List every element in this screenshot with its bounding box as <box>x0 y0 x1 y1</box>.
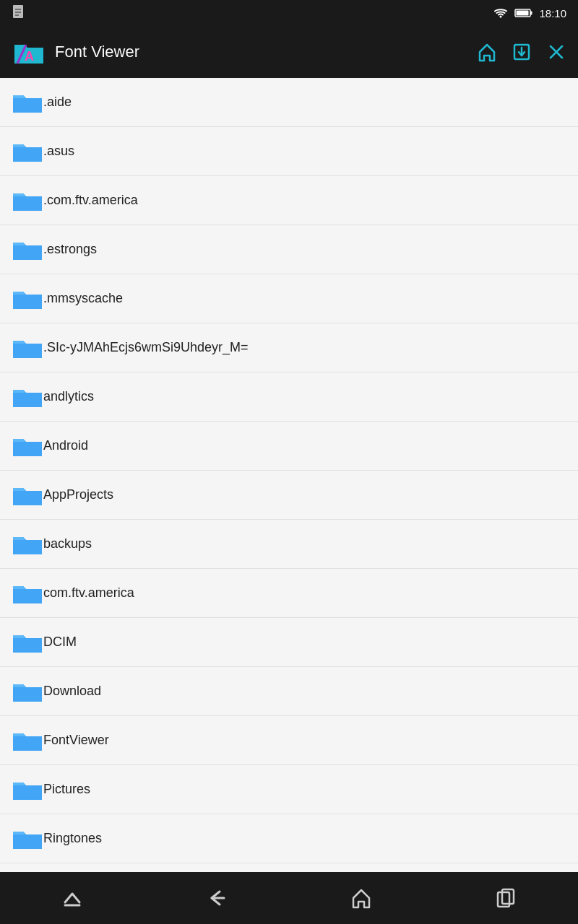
list-item[interactable]: Download <box>0 667 578 716</box>
folder-icon <box>12 482 43 508</box>
bottom-nav <box>0 872 578 924</box>
wifi-icon <box>493 6 509 19</box>
status-icons: 18:10 <box>493 6 566 19</box>
folder-name: Download <box>43 684 101 699</box>
folder-name: AppProjects <box>43 487 113 502</box>
folder-name: andlytics <box>43 389 94 404</box>
list-item[interactable]: .com.ftv.america <box>0 176 578 225</box>
svg-point-4 <box>500 16 502 18</box>
folder-name: Ringtones <box>43 831 102 846</box>
list-item[interactable]: DCIM <box>0 618 578 667</box>
folder-icon <box>12 777 43 803</box>
download-button[interactable] <box>512 42 532 62</box>
list-item[interactable]: .SIc-yJMAhEcjs6wmSi9Uhdeyr_M= <box>0 323 578 372</box>
folder-name: .com.ftv.america <box>43 193 138 208</box>
nav-recent-button[interactable] <box>484 876 527 920</box>
folder-icon <box>12 384 43 410</box>
folder-icon <box>12 679 43 705</box>
list-item[interactable]: .asus <box>0 127 578 176</box>
folder-icon <box>12 580 43 606</box>
svg-rect-7 <box>530 12 532 15</box>
nav-home-button[interactable] <box>340 876 383 920</box>
app-title: Font Viewer <box>55 43 477 61</box>
folder-name: .asus <box>43 144 74 159</box>
folder-name: Pictures <box>43 782 90 797</box>
folder-name: .mmsyscache <box>43 291 123 306</box>
svg-rect-6 <box>517 11 529 16</box>
list-item[interactable]: AppProjects <box>0 471 578 520</box>
top-actions <box>477 42 566 62</box>
folder-icon <box>12 335 43 361</box>
battery-icon <box>514 8 533 18</box>
folder-icon <box>12 826 43 852</box>
list-item[interactable]: FontViewer <box>0 716 578 765</box>
folder-icon <box>12 433 43 459</box>
list-item[interactable]: Android <box>0 422 578 471</box>
status-time: 18:10 <box>539 7 566 19</box>
close-button[interactable] <box>546 42 566 62</box>
list-item[interactable]: Ringtones <box>0 814 578 863</box>
folder-icon <box>12 728 43 754</box>
app-icon: A <box>12 35 46 69</box>
list-item[interactable]: andlytics <box>0 372 578 422</box>
folder-icon <box>12 237 43 263</box>
list-item[interactable]: .estrongs <box>0 225 578 274</box>
folder-name: .SIc-yJMAhEcjs6wmSi9Uhdeyr_M= <box>43 340 249 355</box>
list-item[interactable]: .mmsyscache <box>0 274 578 323</box>
folder-icon <box>12 531 43 557</box>
folder-name: .aide <box>43 95 72 110</box>
file-list: .aide .asus .com.ftv.america .estrongs <box>0 78 578 872</box>
list-item[interactable]: backups <box>0 520 578 569</box>
status-bar: 18:10 <box>0 0 578 26</box>
list-item[interactable]: .aide <box>0 78 578 127</box>
nav-back-button[interactable] <box>195 876 238 920</box>
document-icon <box>12 4 26 22</box>
folder-name: Android <box>43 438 88 453</box>
nav-up-button[interactable] <box>51 876 94 920</box>
folder-name: DCIM <box>43 635 77 650</box>
folder-name: backups <box>43 536 92 552</box>
list-item[interactable]: com.ftv.america <box>0 569 578 618</box>
folder-name: com.ftv.america <box>43 585 134 601</box>
svg-text:A: A <box>25 49 34 64</box>
list-item[interactable]: Pictures <box>0 765 578 814</box>
folder-icon <box>12 90 43 116</box>
svg-rect-0 <box>13 5 23 18</box>
top-bar: A Font Viewer <box>0 26 578 78</box>
home-button[interactable] <box>477 42 497 62</box>
folder-icon <box>12 629 43 655</box>
folder-icon <box>12 286 43 312</box>
folder-icon <box>12 188 43 214</box>
folder-icon <box>12 139 43 165</box>
folder-name: FontViewer <box>43 733 109 748</box>
folder-name: .estrongs <box>43 242 97 257</box>
